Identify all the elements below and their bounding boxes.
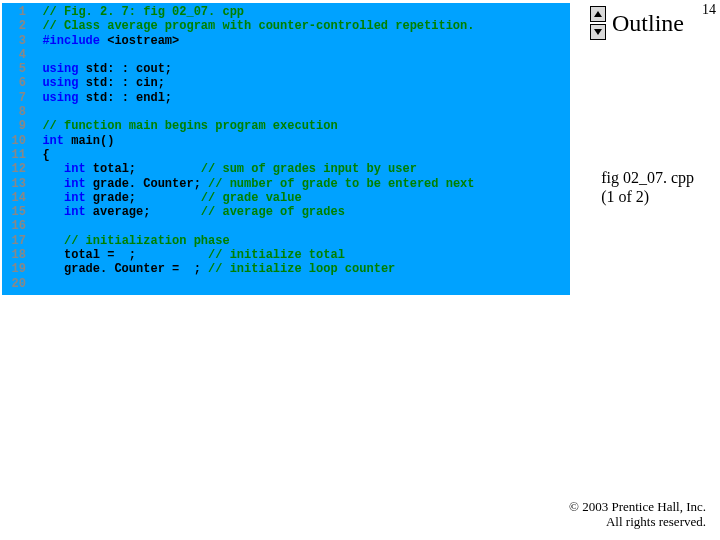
code-line: 1 // Fig. 2. 7: fig 02_07. cpp: [2, 5, 570, 19]
line-number: 7: [2, 91, 28, 105]
caption: fig 02_07. cpp (1 of 2): [601, 168, 694, 206]
line-number: 1: [2, 5, 28, 19]
code-line: 4: [2, 48, 570, 62]
code-line: 6 using std: : cin;: [2, 76, 570, 90]
copyright: © 2003 Prentice Hall, Inc. All rights re…: [569, 499, 706, 530]
line-number: 9: [2, 119, 28, 133]
code-text: // Class average program with counter-co…: [28, 19, 474, 33]
line-number: 18: [2, 248, 28, 262]
code-line: 16: [2, 219, 570, 233]
code-text: // function main begins program executio…: [28, 119, 338, 133]
line-number: 3: [2, 34, 28, 48]
code-text: grade. Counter = ; // initialize loop co…: [28, 262, 395, 276]
line-number: 17: [2, 234, 28, 248]
code-text: #include <iostream>: [28, 34, 179, 48]
slide: { "pagenum": "14", "outline": { "title":…: [0, 0, 720, 540]
code-line: 13 int grade. Counter; // number of grad…: [2, 177, 570, 191]
code-text: using std: : cout;: [28, 62, 172, 76]
code-text: [28, 219, 42, 233]
code-listing: 1 // Fig. 2. 7: fig 02_07. cpp2 // Class…: [2, 3, 570, 295]
outline-title: Outline: [612, 10, 684, 37]
copyright-line1: © 2003 Prentice Hall, Inc.: [569, 499, 706, 515]
code-line: 17 // initialization phase: [2, 234, 570, 248]
code-text: using std: : endl;: [28, 91, 172, 105]
line-number: 20: [2, 277, 28, 291]
code-line: 19 grade. Counter = ; // initialize loop…: [2, 262, 570, 276]
line-number: 10: [2, 134, 28, 148]
code-line: 7 using std: : endl;: [2, 91, 570, 105]
code-text: // Fig. 2. 7: fig 02_07. cpp: [28, 5, 244, 19]
outline-up-button[interactable]: [590, 6, 606, 22]
code-text: int grade. Counter; // number of grade t…: [28, 177, 475, 191]
code-line: 10 int main(): [2, 134, 570, 148]
line-number: 4: [2, 48, 28, 62]
page-number: 14: [702, 2, 716, 18]
code-text: {: [28, 148, 50, 162]
code-line: 15 int average; // average of grades: [2, 205, 570, 219]
caption-file: fig 02_07. cpp: [601, 168, 694, 187]
code-text: int main(): [28, 134, 114, 148]
line-number: 8: [2, 105, 28, 119]
code-line: 9 // function main begins program execut…: [2, 119, 570, 133]
code-line: 12 int total; // sum of grades input by …: [2, 162, 570, 176]
caption-part: (1 of 2): [601, 187, 694, 206]
line-number: 15: [2, 205, 28, 219]
code-text: int total; // sum of grades input by use…: [28, 162, 417, 176]
code-text: int grade; // grade value: [28, 191, 302, 205]
line-number: 19: [2, 262, 28, 276]
line-number: 11: [2, 148, 28, 162]
outline-controls: Outline: [590, 6, 684, 40]
code-text: // initialization phase: [28, 234, 230, 248]
line-number: 2: [2, 19, 28, 33]
code-line: 8: [2, 105, 570, 119]
line-number: 5: [2, 62, 28, 76]
line-number: 6: [2, 76, 28, 90]
code-line: 5 using std: : cout;: [2, 62, 570, 76]
svg-marker-1: [594, 29, 602, 35]
line-number: 13: [2, 177, 28, 191]
svg-marker-0: [594, 11, 602, 17]
code-line: 18 total = ; // initialize total: [2, 248, 570, 262]
code-line: 11 {: [2, 148, 570, 162]
outline-buttons: [590, 6, 606, 40]
copyright-line2: All rights reserved.: [569, 514, 706, 530]
line-number: 12: [2, 162, 28, 176]
line-number: 14: [2, 191, 28, 205]
code-text: [28, 105, 42, 119]
code-line: 3 #include <iostream>: [2, 34, 570, 48]
code-line: 20: [2, 277, 570, 291]
code-line: 2 // Class average program with counter-…: [2, 19, 570, 33]
code-text: [28, 48, 42, 62]
code-text: [28, 277, 42, 291]
line-number: 16: [2, 219, 28, 233]
code-text: total = ; // initialize total: [28, 248, 345, 262]
chevron-down-icon: [594, 29, 602, 35]
code-text: int average; // average of grades: [28, 205, 345, 219]
chevron-up-icon: [594, 11, 602, 17]
outline-down-button[interactable]: [590, 24, 606, 40]
code-text: using std: : cin;: [28, 76, 165, 90]
code-line: 14 int grade; // grade value: [2, 191, 570, 205]
